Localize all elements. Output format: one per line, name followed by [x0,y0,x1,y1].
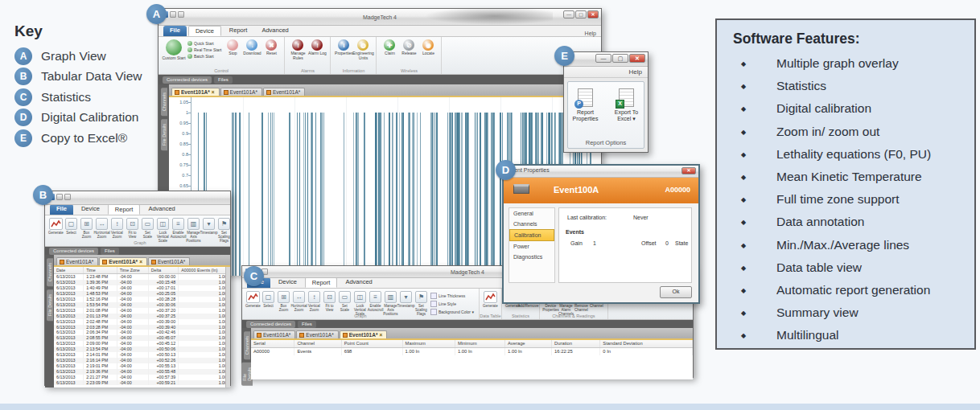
tab-file[interactable]: File [50,204,73,215]
column-header-serial[interactable]: Serial [251,340,294,347]
properties-nav-diagnostics[interactable]: Diagnostics [509,252,554,262]
ribbon-button-horizontal-zoom[interactable]: ↔Horizontal Zoom [94,218,109,244]
file-tab-event101a[interactable]: Event101A* [263,88,305,96]
tab-device[interactable]: Device [272,277,303,288]
ribbon-button-enable-autoscroll[interactable]: ≡Enable Autoscroll [368,291,383,317]
file-tab-event101a[interactable]: Event101A*× [171,88,220,96]
table-row[interactable]: 6/13/20132:23:09 PM-04:00+00:59:211.00 [54,380,230,386]
panel-tab-connected-devices[interactable]: Connected devices [163,76,212,84]
ribbon-button-download[interactable]: ↓Download [242,39,261,56]
column-header-point-count[interactable]: Point Count [341,340,402,347]
file-tab-close-icon[interactable]: × [212,89,215,95]
tab-device[interactable]: Device [188,26,221,36]
ribbon-button-manage-axis-positions[interactable]: ▥Manage Axis Positions [186,218,201,244]
table-row[interactable]: 6/13/20132:16:14 PM-04:00+00:52:261.00 [54,358,230,363]
ribbon-button-box-zoom[interactable]: ⊞Box Zoom [79,218,94,244]
file-tab-event101a[interactable]: Event101A*× [340,330,388,338]
dialog-titlebar[interactable]: Event Properties ✕ [504,166,698,178]
panel-tab-files[interactable]: Files [214,76,233,84]
tab-advanced[interactable]: Advanced [142,204,181,215]
tab-advanced[interactable]: Advanced [255,26,294,36]
ribbon-button-select[interactable]: ▢Select [64,218,79,244]
ribbon-button-fit-to-view[interactable]: ⊡Fit to View [322,291,337,317]
column-header-time[interactable]: Time [84,267,117,274]
maximize-button[interactable]: ▢ [575,10,587,18]
table-row[interactable]: 6/13/20131:52:16 PM-04:00+00:28:281.00 [54,297,230,302]
ribbon-button-set-scale[interactable]: ▭Set Scale [337,291,352,317]
ribbon-button-lock-vertical-scale[interactable]: ◫Lock Vertical Scale [352,291,368,317]
column-header-delta[interactable]: Delta [148,267,178,274]
file-tab-event101a[interactable]: Event101A* [56,257,98,265]
ribbon-button-stop[interactable]: Stop [223,39,242,56]
minimize-button[interactable]: — [563,10,574,18]
column-header-maximum[interactable]: Maximum [402,340,455,347]
table-row[interactable]: 6/13/20131:39:36 PM-04:00+00:15:481.00 [54,280,230,285]
ribbon-stack-item-line-thickness[interactable]: Line Thickness [430,293,474,299]
column-header-date[interactable]: Date [54,267,84,274]
panel-tab-connected-devices[interactable]: Connected devices [49,248,98,255]
ribbon-button-alarm-log[interactable]: !Alarm Log [307,39,327,61]
ribbon-button-properties[interactable]: iProperties [334,39,353,61]
tab-file[interactable]: File [163,26,187,36]
table-row[interactable]: 6/13/20132:19:01 PM-04:00+00:55:131.00 [54,363,230,369]
properties-nav-power[interactable]: Power [509,241,554,252]
ribbon-button-engineering-units[interactable]: ◍Engineering Units [353,39,373,61]
side-tab-channels[interactable]: Channels [47,258,53,286]
ribbon-button-set-scale[interactable]: ▭Set Scale [140,218,155,244]
tab-report[interactable]: Report [223,26,254,36]
minimize-button[interactable]: — [595,54,611,63]
file-tab-event101a[interactable]: Event101A* [253,330,295,338]
ribbon-button-set-scaling-flags[interactable]: ⚑Set Scaling Flags [216,218,230,244]
window-b-titlebar[interactable] [45,191,230,205]
column-header-duration[interactable]: Duration [552,340,600,347]
side-tab-channels[interactable]: Channels [244,331,250,359]
table-row[interactable]: 6/13/20131:23:48 PM-04:0000:00:001.00 [54,274,230,280]
ribbon-button-vertical-zoom[interactable]: ↕Vertical Zoom [109,218,125,244]
window-e-titlebar[interactable]: — ▢ ✕ [564,52,648,67]
tab-advanced[interactable]: Advanced [339,277,378,288]
table-row[interactable]: 6/13/20132:06:34 PM-04:00+00:42:461.00 [54,330,230,335]
ribbon-button-release[interactable]: ⊘Release [399,39,418,56]
help-link[interactable]: Help [585,31,596,36]
ribbon-button-manage-axis-positions[interactable]: ▥Manage Axis Positions [383,291,398,317]
column-header-standard-deviation[interactable]: Standard Deviation [600,340,693,347]
ribbon-stack-item-batch-start[interactable]: Batch Start [187,54,221,59]
ribbon-button-set-scaling-flags[interactable]: ⚑Set Scaling Flags [414,291,429,317]
ribbon-button-reset[interactable]: ✖Reset [261,39,281,56]
table-row[interactable]: 6/13/20132:01:08 PM-04:00+00:37:201.00 [54,308,230,314]
side-tab-channels[interactable]: Channels [161,88,167,116]
close-button[interactable]: ✕ [587,10,599,18]
table-row[interactable]: 6/13/20132:14:01 PM-04:00+00:50:131.00 [54,352,230,358]
file-tab-event101a[interactable]: Event101A* [148,257,190,265]
ribbon-stack-item-real-time-start[interactable]: Real Time Start [187,47,221,52]
column-header-average[interactable]: Average [505,340,552,347]
file-tab-event101a[interactable]: Event101A* [220,88,262,96]
table-row[interactable]: 6/13/20131:48:53 PM-04:00+00:25:051.00 [54,291,230,297]
file-tab-event101a[interactable]: Event101A*× [99,257,147,265]
panel-tab-files[interactable]: Files [101,248,119,255]
file-tab-event101a[interactable]: Event101A* [296,330,338,338]
properties-nav-calibration[interactable]: Calibration [509,229,554,241]
close-button[interactable]: ✕ [629,54,645,63]
ribbon-button-manage-rules[interactable]: !Manage Rules [288,39,307,61]
table-row[interactable]: 6/13/20132:02:48 PM-04:00+00:39:001.00 [54,319,230,325]
table-row[interactable]: 6/13/20132:08:55 PM-04:00+00:45:071.00 [54,335,230,341]
table-row[interactable]: 6/13/20132:21:27 PM-04:00+00:57:391.00 [54,375,230,380]
ok-button[interactable]: Ok [660,286,692,298]
ribbon-button-enable-autoscroll[interactable]: ≡Enable Autoscroll [171,218,186,244]
vertical-scrollbar[interactable] [225,267,230,387]
properties-nav-channels[interactable]: Channels [509,219,554,229]
ribbon-button-locate[interactable]: ◉Locate [418,39,438,56]
table-row[interactable]: 6/13/20131:53:54 PM-04:00+00:30:061.00 [54,302,230,308]
ribbon-stack-item-quick-start[interactable]: Quick Start [187,41,221,46]
column-header-a00000-events-in[interactable]: A00000 Events (In) [179,267,230,274]
tab-report[interactable]: Report [108,204,141,215]
ribbon-button-generate[interactable]: Generate [245,291,261,317]
side-tab-file-details[interactable]: File Details [161,119,167,150]
help-link[interactable]: Help [629,68,642,76]
ribbon-button-select[interactable]: ▢Select [261,291,276,317]
panel-tab-connected-devices[interactable]: Connected devices [246,321,295,328]
ribbon-button-generate[interactable]: Generate [483,291,498,308]
ribbon-button-vertical-zoom[interactable]: ↕Vertical Zoom [307,291,322,317]
tab-report[interactable]: Report [305,277,338,288]
